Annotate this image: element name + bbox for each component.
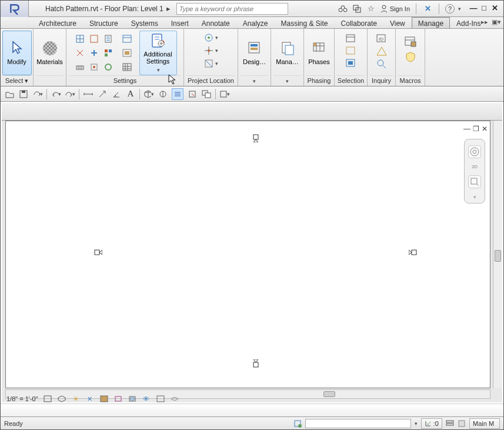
model-group-selector[interactable]: Main M	[469, 418, 500, 429]
shared-param-icon[interactable]	[74, 46, 86, 59]
measure-icon[interactable]	[83, 89, 94, 99]
sync-icon[interactable]: ▾	[32, 89, 43, 99]
scale-value[interactable]: 1/8" = 1'-0"	[6, 395, 38, 402]
tab-view[interactable]: View	[383, 17, 412, 28]
tab-annotate[interactable]: Annotate	[195, 17, 236, 28]
thin-lines-icon[interactable]	[172, 88, 183, 100]
h-scroll-thumb[interactable]	[323, 391, 335, 397]
macro-mgr-icon[interactable]	[404, 36, 417, 48]
steering-wheel-icon[interactable]	[468, 145, 481, 158]
macro-sec-icon[interactable]	[404, 51, 417, 63]
sel-load-icon[interactable]	[345, 34, 357, 44]
maximize-button[interactable]: □	[479, 5, 489, 13]
position-button[interactable]: ▾	[203, 58, 218, 69]
crop-icon[interactable]	[114, 395, 123, 403]
close-hidden-icon[interactable]	[187, 89, 198, 99]
drawing-canvas[interactable]: — ❐ ✕ 2D ▾	[5, 121, 490, 388]
filter-icon[interactable]	[446, 419, 454, 428]
sign-in[interactable]: Sign In	[380, 5, 410, 13]
panel-select-label[interactable]: Select ▾	[3, 75, 31, 86]
recent-docs-icon[interactable]: ▸	[163, 4, 174, 14]
manage-project-button[interactable]: Mana…	[273, 31, 302, 75]
mep-icon[interactable]	[102, 61, 115, 74]
switch-win-icon[interactable]	[201, 89, 212, 99]
tab-collaborate[interactable]: Collaborate	[335, 17, 383, 28]
text-icon[interactable]: A	[125, 89, 136, 99]
navigation-bar[interactable]: 2D ▾	[464, 139, 485, 204]
obj-styles-icon[interactable]	[74, 32, 86, 45]
shadows-icon[interactable]: ✕	[85, 395, 95, 403]
redo-icon[interactable]: ▾	[65, 89, 75, 99]
ribbon-tail-controls[interactable]: ▸▸ ▣▾	[481, 18, 501, 26]
view-close-icon[interactable]: ✕	[482, 125, 488, 133]
zoom-region-icon[interactable]	[468, 175, 481, 188]
tab-massing-site[interactable]: Massing & Site	[275, 17, 335, 28]
elevation-marker-east[interactable]	[409, 248, 417, 256]
customize-icon[interactable]: ▾	[219, 89, 230, 99]
close-button[interactable]: ✕	[489, 5, 500, 13]
design-options-button[interactable]: Desig…	[240, 31, 269, 75]
warnings-icon[interactable]	[376, 46, 388, 56]
hide-icon[interactable]: 👁	[142, 395, 151, 403]
search-box[interactable]	[176, 3, 335, 15]
elevation-marker-north[interactable]	[252, 134, 260, 142]
editable-only-icon[interactable]	[458, 419, 466, 428]
sel-save-icon[interactable]	[345, 58, 357, 69]
search-input[interactable]	[176, 3, 288, 15]
tab-architecture[interactable]: Architecture	[32, 17, 83, 28]
angle-icon[interactable]	[111, 89, 122, 99]
struct-icon[interactable]	[88, 61, 101, 74]
workset-dropdown[interactable]: ▾	[415, 421, 418, 426]
materials-button[interactable]: Materials	[35, 31, 65, 75]
sun-path-icon[interactable]: ☀	[71, 395, 81, 403]
undo-icon[interactable]: ▾	[51, 89, 61, 99]
v-scroll-thumb[interactable]	[495, 250, 501, 262]
detail-level-icon[interactable]	[43, 395, 52, 403]
help-icon[interactable]: ?	[445, 4, 455, 14]
snap-icon[interactable]	[88, 32, 101, 45]
purge-icon[interactable]	[102, 46, 115, 59]
temp-hide-icon[interactable]	[156, 395, 165, 403]
units-icon[interactable]	[74, 61, 86, 74]
save-icon[interactable]	[18, 89, 29, 99]
elevation-marker-south[interactable]	[252, 359, 260, 368]
view-restore-icon[interactable]: ❐	[473, 125, 479, 133]
design-expand[interactable]: ▾	[253, 78, 256, 84]
tab-analyze[interactable]: Analyze	[236, 17, 275, 28]
minimize-button[interactable]: —	[468, 5, 479, 13]
ids-icon[interactable]: ID	[376, 34, 388, 44]
render-icon[interactable]	[99, 395, 109, 403]
tab-systems[interactable]: Systems	[125, 17, 165, 28]
review-icon[interactable]	[376, 58, 388, 69]
additional-settings-button[interactable]: Additional Settings ▾	[139, 31, 177, 75]
vertical-scrollbar[interactable]	[493, 121, 502, 388]
visual-style-icon[interactable]	[57, 395, 66, 403]
reveal-icon[interactable]	[170, 395, 179, 403]
proj-info-icon[interactable]	[102, 32, 115, 45]
phases-button[interactable]: Phases	[305, 31, 334, 75]
modify-button[interactable]: Modify	[2, 31, 32, 75]
binoculars-icon[interactable]	[338, 4, 348, 14]
communicate-icon[interactable]	[352, 4, 362, 14]
sel-edit-icon[interactable]	[345, 46, 357, 56]
align-icon[interactable]	[97, 89, 108, 99]
view-min-icon[interactable]: —	[463, 125, 470, 133]
help-dropdown[interactable]: ▾	[458, 6, 461, 12]
proj-param-icon[interactable]	[118, 32, 136, 45]
location-button[interactable]: ▾	[203, 32, 218, 43]
favorite-icon[interactable]: ☆	[366, 4, 376, 14]
tab-manage[interactable]: Manage	[412, 17, 450, 28]
worksets-icon[interactable]	[293, 419, 302, 428]
workset-selector[interactable]	[305, 419, 411, 428]
transfer-icon[interactable]	[88, 46, 101, 59]
tab-insert[interactable]: Insert	[165, 17, 195, 28]
manage-expand[interactable]: ▾	[286, 78, 289, 84]
open-icon[interactable]	[4, 89, 15, 99]
elevation-marker-west[interactable]	[94, 248, 102, 256]
3d-icon[interactable]: ▾	[143, 89, 154, 99]
panel-sched-icon[interactable]	[118, 61, 136, 74]
selection-count[interactable]: :0	[421, 418, 442, 429]
global-param-icon[interactable]	[118, 46, 136, 59]
exchange-icon[interactable]: ✕	[422, 4, 433, 14]
app-logo[interactable]	[1, 1, 29, 17]
